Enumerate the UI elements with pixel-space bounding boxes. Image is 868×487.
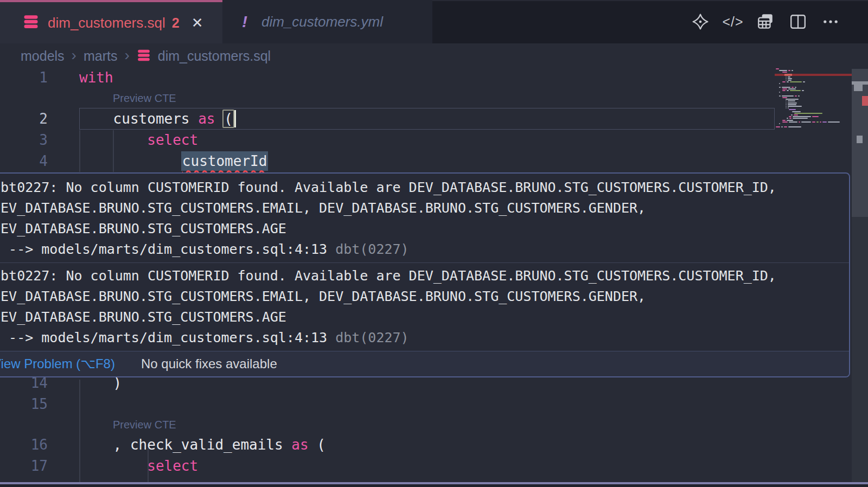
line-number: 1 — [0, 67, 48, 88]
minimap-line — [782, 121, 840, 123]
line-number: 2 — [0, 108, 48, 130]
code-text: select — [79, 130, 198, 151]
indent-guide — [113, 130, 114, 172]
breadcrumb-models[interactable]: models — [21, 48, 65, 64]
code-line[interactable]: 16 , check_valid_emails as ( — [0, 434, 868, 456]
minimap-line — [779, 92, 780, 93]
minimap-line — [786, 107, 789, 108]
database-icon — [23, 14, 39, 32]
breadcrumb-file[interactable]: dim_customers.sql — [158, 48, 271, 64]
ruler-error-marker — [862, 96, 868, 106]
code-line[interactable]: 1with — [0, 67, 868, 88]
code-text: select — [79, 456, 198, 477]
warning-icon: ! — [242, 12, 247, 31]
code-line[interactable]: 4 customerId — [0, 151, 868, 172]
dbt-logo-icon[interactable] — [691, 12, 710, 31]
line-number: 17 — [0, 456, 48, 477]
error-messages: dbt0227: No column CUSTOMERID found. Ava… — [0, 174, 849, 351]
minimap-error-line — [775, 74, 852, 76]
text-cursor — [234, 110, 236, 127]
hover-status-bar: View Problem (⌥F8) No quick fixes availa… — [0, 351, 849, 376]
line-number: 4 — [0, 151, 48, 172]
code-line[interactable]: 17 select — [0, 456, 868, 477]
database-icon — [137, 48, 151, 65]
minimap-line — [782, 88, 796, 89]
error-message-line: dbt0227: No column CUSTOMERID found. Ava… — [0, 177, 844, 198]
tab-sql-problem-badge: 2 — [172, 15, 180, 31]
error-hover-popup: dbt0227: No column CUSTOMERID found. Ava… — [0, 172, 850, 377]
minimap-line — [786, 76, 790, 78]
indent-guide — [79, 130, 80, 172]
tab-dim-customers-yml[interactable]: ! dim_customers.yml — [222, 0, 432, 43]
message-divider — [0, 262, 849, 263]
line-number: 16 — [0, 434, 48, 456]
error-message-line: DEV_DATABASE.BRUNO.STG_CUSTOMERS.EMAIL, … — [0, 286, 844, 307]
minimap-line — [794, 113, 822, 114]
overview-ruler[interactable] — [852, 69, 868, 487]
minimap-line — [786, 99, 799, 100]
chevron-right-icon: › — [72, 47, 76, 64]
error-source-code: dbt(0227) — [335, 330, 409, 345]
indent-guide — [148, 448, 149, 482]
minimap-line — [791, 114, 798, 116]
code-text: , check_valid_emails as ( — [79, 434, 326, 456]
minimap-line — [787, 118, 808, 119]
code-text: customers as ( — [79, 108, 236, 130]
chevron-right-icon: › — [124, 47, 129, 64]
minimap-line — [786, 100, 795, 101]
minimap-line — [776, 68, 779, 69]
minimap-line — [779, 123, 780, 124]
ruler-marker — [854, 85, 863, 91]
tab-sql-label: dim_customers.sql — [48, 15, 165, 31]
code-area-top[interactable]: 1withPreview CTE2 customers as (3 select… — [0, 67, 868, 172]
code-text: with — [79, 67, 113, 88]
minimap-line — [782, 90, 804, 91]
error-message-line: DEV_DATABASE.BRUNO.STG_CUSTOMERS.AGE — [0, 219, 844, 239]
code-line[interactable]: 15 — [0, 394, 868, 415]
code-line[interactable]: 2 customers as ( — [0, 108, 868, 130]
minimap-line — [779, 70, 793, 71]
editor-toolbar: </> — [691, 0, 840, 43]
minimap-line — [779, 95, 800, 97]
line-number: 3 — [0, 130, 48, 151]
line-number: 15 — [0, 394, 48, 415]
panel-below — [0, 484, 868, 487]
minimap-line — [789, 116, 819, 117]
tab-yml-label: dim_customers.yml — [261, 14, 383, 30]
minimap-line — [786, 106, 802, 107]
code-area-bottom[interactable]: 14 )15Preview CTE16 , check_valid_emails… — [0, 373, 868, 477]
minimap-line — [776, 126, 801, 127]
query-results-icon[interactable] — [756, 12, 775, 31]
view-problem-link[interactable]: View Problem (⌥F8) — [0, 356, 115, 371]
more-actions-icon[interactable] — [821, 12, 840, 31]
split-editor-icon[interactable] — [789, 12, 807, 31]
error-location-line: --> models/marts/dim_customers.sql:4:13 … — [0, 239, 844, 260]
error-message-line: DEV_DATABASE.BRUNO.STG_CUSTOMERS.AGE — [0, 307, 844, 328]
tab-bar: dim_customers.sql 2 ✕ ! dim_customers.ym… — [0, 0, 868, 43]
minimap-line — [779, 87, 796, 88]
minimap-line — [792, 111, 801, 112]
code-line[interactable]: 3 select — [0, 130, 868, 151]
minimap-line — [782, 81, 805, 82]
open-as-code-icon[interactable]: </> — [724, 12, 742, 31]
ruler-marker — [857, 136, 863, 143]
editor-window: dim_customers.sql 2 ✕ ! dim_customers.ym… — [0, 0, 868, 487]
minimap-line — [786, 104, 796, 105]
error-message-line: dbt0227: No column CUSTOMERID found. Ava… — [0, 266, 844, 286]
close-tab-icon[interactable]: ✕ — [192, 15, 203, 31]
minimap-line — [782, 72, 787, 73]
minimap-line — [789, 109, 796, 110]
minimap-line — [779, 83, 780, 84]
minimap-line — [786, 80, 792, 81]
error-message-line: DEV_DATABASE.BRUNO.STG_CUSTOMERS.EMAIL, … — [0, 198, 844, 219]
error-source-code: dbt(0227) — [335, 241, 409, 257]
code-lens-preview-cte[interactable]: Preview CTE — [0, 88, 868, 108]
no-quick-fixes-text: No quick fixes available — [141, 356, 277, 371]
tab-dim-customers-sql[interactable]: dim_customers.sql 2 ✕ — [0, 0, 222, 43]
minimap-line — [782, 120, 793, 121]
code-lens-preview-cte[interactable]: Preview CTE — [0, 415, 868, 434]
minimap-line — [786, 102, 797, 104]
minimap-line — [786, 78, 792, 79]
breadcrumb-marts[interactable]: marts — [84, 48, 118, 64]
minimap[interactable] — [775, 68, 852, 133]
